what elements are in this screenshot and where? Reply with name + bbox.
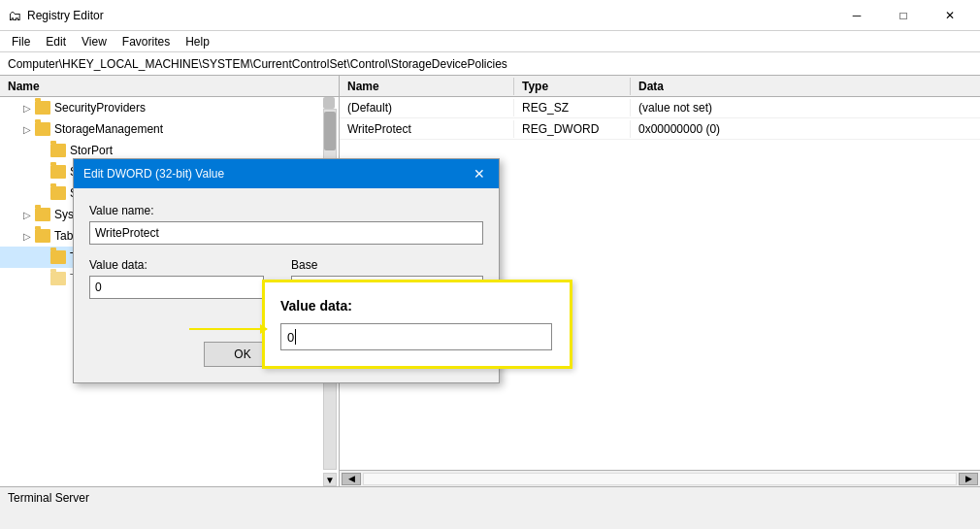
h-scroll-track[interactable] xyxy=(363,473,957,485)
expand-icon-tabletpc[interactable]: ▷ xyxy=(19,231,35,242)
menu-bar: File Edit View Favorites Help xyxy=(0,31,980,52)
title-bar: 🗂 Registry Editor ─ □ ✕ xyxy=(0,0,980,31)
expand-icon-storagemanagement[interactable]: ▷ xyxy=(19,124,35,135)
window-title: Registry Editor xyxy=(27,9,834,22)
radio-dec-label: Decimal xyxy=(318,302,360,315)
scroll-left-btn[interactable]: ◀ xyxy=(342,473,361,485)
radio-hex-input[interactable] xyxy=(300,285,312,298)
dialog-row-data: Value data: Base Hexadecimal Decimal xyxy=(89,258,483,328)
base-radio-group: Hexadecimal Decimal xyxy=(291,276,483,328)
expand-icon-securityproviders[interactable]: ▷ xyxy=(19,103,35,114)
horizontal-scrollbar[interactable]: ◀ ▶ xyxy=(340,470,980,486)
cell-name-writeprotect: WriteProtect xyxy=(340,120,514,138)
close-button[interactable]: ✕ xyxy=(928,5,972,26)
address-path: Computer\HKEY_LOCAL_MACHINE\SYSTEM\Curre… xyxy=(8,57,507,71)
folder-icon-timezoneinformation xyxy=(50,272,66,285)
radio-hex-label: Hexadecimal xyxy=(318,284,385,298)
expand-icon-systemresources[interactable]: ▷ xyxy=(19,210,35,220)
minimize-button[interactable]: ─ xyxy=(834,5,879,26)
window-controls: ─ □ ✕ xyxy=(834,5,972,26)
dialog-close-button[interactable]: ✕ xyxy=(470,164,489,183)
col-header-type: Type xyxy=(514,78,631,95)
app-icon: 🗂 xyxy=(8,8,21,23)
tree-item-storagemanagement[interactable]: ▷ StorageManagement xyxy=(0,118,339,140)
status-bar: Terminal Server xyxy=(0,486,980,508)
dialog-body: Value name: Value data: Base Hexadecimal xyxy=(74,188,499,382)
cell-name-default: (Default) xyxy=(340,99,514,116)
status-text: Terminal Server xyxy=(8,491,89,505)
cancel-button[interactable]: Cancel xyxy=(291,342,369,367)
dialog-col-data: Value data: xyxy=(89,258,281,328)
scroll-indicator xyxy=(323,97,335,109)
scrollbar-thumb[interactable] xyxy=(324,112,336,150)
tree-header: Name xyxy=(0,76,339,97)
value-name-label: Value name: xyxy=(89,204,483,217)
cell-data-writeprotect: 0x00000000 (0) xyxy=(631,120,980,138)
radio-hexadecimal[interactable]: Hexadecimal xyxy=(300,284,474,298)
cell-type-writeprotect: REG_DWORD xyxy=(514,120,631,138)
value-data-label: Value data: xyxy=(89,258,281,272)
edit-dword-dialog: Edit DWORD (32-bit) Value ✕ Value name: … xyxy=(73,158,500,383)
cell-type-default: REG_SZ xyxy=(514,99,631,116)
folder-icon-systeminformation xyxy=(50,186,66,200)
value-name-input[interactable] xyxy=(89,221,483,245)
menu-view[interactable]: View xyxy=(74,33,114,50)
cell-data-default: (value not set) xyxy=(631,99,980,116)
value-data-input[interactable] xyxy=(89,276,264,299)
address-bar: Computer\HKEY_LOCAL_MACHINE\SYSTEM\Curre… xyxy=(0,52,980,76)
table-row[interactable]: (Default) REG_SZ (value not set) xyxy=(340,97,980,118)
col-header-data: Data xyxy=(631,78,980,95)
base-label: Base xyxy=(291,258,483,272)
dialog-titlebar: Edit DWORD (32-bit) Value ✕ xyxy=(74,159,499,188)
scroll-right-btn[interactable]: ▶ xyxy=(959,473,978,485)
tree-item-securityproviders[interactable]: ▷ SecurityProviders xyxy=(0,97,339,118)
menu-edit[interactable]: Edit xyxy=(38,33,74,50)
tree-label-securityproviders: SecurityProviders xyxy=(54,101,146,115)
menu-file[interactable]: File xyxy=(4,33,38,50)
radio-decimal[interactable]: Decimal xyxy=(300,302,474,315)
dialog-col-base: Base Hexadecimal Decimal xyxy=(291,258,483,328)
folder-icon-terminalserver xyxy=(50,250,66,264)
scroll-down-arrow[interactable]: ▼ xyxy=(323,473,337,486)
menu-help[interactable]: Help xyxy=(178,33,217,50)
folder-icon-securityproviders xyxy=(35,101,50,115)
radio-dec-input[interactable] xyxy=(300,303,312,315)
maximize-button[interactable]: □ xyxy=(881,5,926,26)
tree-header-label: Name xyxy=(8,80,40,93)
folder-icon-stsec xyxy=(50,165,66,179)
col-header-name: Name xyxy=(340,78,514,95)
tree-label-storagemanagement: StorageManagement xyxy=(54,122,163,136)
tree-label-storport: StorPort xyxy=(70,144,113,157)
menu-favorites[interactable]: Favorites xyxy=(114,33,178,50)
folder-icon-storagemanagement xyxy=(35,122,50,136)
folder-icon-storport xyxy=(50,144,66,157)
table-row[interactable]: WriteProtect REG_DWORD 0x00000000 (0) xyxy=(340,118,980,140)
right-header: Name Type Data xyxy=(340,76,980,97)
folder-icon-tabletpc xyxy=(35,229,50,243)
dialog-buttons: OK Cancel xyxy=(89,342,483,371)
ok-button[interactable]: OK xyxy=(204,342,281,367)
folder-icon-systemresources xyxy=(35,208,50,221)
dialog-title: Edit DWORD (32-bit) Value xyxy=(83,167,224,181)
